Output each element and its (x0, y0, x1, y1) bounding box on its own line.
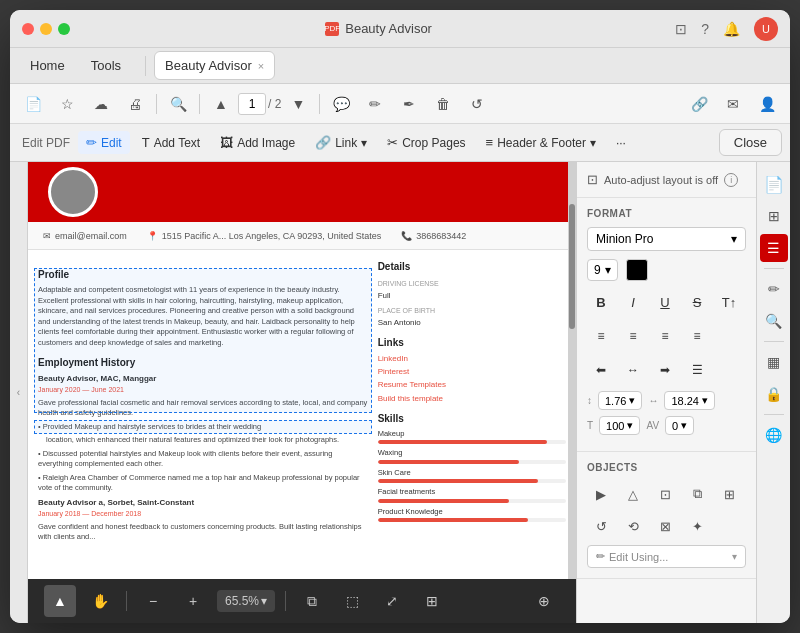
fit-page-button[interactable]: ⤢ (376, 585, 408, 617)
header-footer-button[interactable]: ≡ Header & Footer ▾ (478, 131, 604, 154)
arrange-button[interactable]: ▶ (587, 481, 615, 507)
bullet-list-button[interactable]: ≡ (587, 323, 615, 349)
doc-tab-close-button[interactable]: × (258, 60, 264, 72)
globe-strip-button[interactable]: 🌐 (760, 421, 788, 449)
info-icon[interactable]: i (724, 173, 738, 187)
titlebar: PDF Beauty Advisor ⊡ ? 🔔 U (10, 10, 790, 48)
flip-button[interactable]: ⟲ (619, 513, 647, 539)
copy-tool-button[interactable]: ⧉ (296, 585, 328, 617)
annotate-strip-button[interactable]: ✏ (760, 275, 788, 303)
comment-button[interactable]: 💬 (326, 90, 356, 118)
barcode-strip-button[interactable]: ▦ (760, 348, 788, 376)
pdf-scrollbar[interactable] (568, 162, 576, 579)
bold-button[interactable]: B (587, 289, 615, 315)
link-build-template[interactable]: Build this template (378, 393, 566, 404)
align-left-button[interactable]: ⬅ (587, 357, 615, 383)
crop-obj-button[interactable]: ⊠ (651, 513, 679, 539)
outdent-button[interactable]: ≡ (683, 323, 711, 349)
bottom-sep-1 (126, 591, 127, 611)
align-justify-button[interactable]: ☰ (683, 357, 711, 383)
contact-address: 📍 1515 Pacific A... Los Angeles, CA 9029… (147, 231, 382, 241)
tab-tools[interactable]: Tools (79, 52, 133, 79)
layout-strip-button[interactable]: ☰ (760, 234, 788, 262)
superscript-button[interactable]: T↑ (715, 289, 743, 315)
page-number-input[interactable] (238, 93, 266, 115)
more-obj-button[interactable]: ⊞ (715, 481, 743, 507)
text-color-swatch[interactable] (626, 259, 648, 281)
strikethrough-button[interactable]: S (683, 289, 711, 315)
group-button[interactable]: ⧉ (683, 481, 711, 507)
email-button[interactable]: ✉ (718, 90, 748, 118)
link-edit-button[interactable]: 🔗 Link ▾ (307, 131, 375, 154)
print-button[interactable]: 🖨 (120, 90, 150, 118)
add-image-button[interactable]: 🖼 Add Image (212, 131, 303, 154)
doc-tab[interactable]: Beauty Advisor × (154, 51, 275, 80)
char-spacing-selector[interactable]: 18.24 ▾ (664, 391, 715, 410)
tabbar: Home Tools Beauty Advisor × (10, 48, 790, 84)
compare-strip-button[interactable]: ⊞ (760, 202, 788, 230)
scale-selector[interactable]: 100 ▾ (599, 416, 640, 435)
zoom-in-btn[interactable]: + (177, 585, 209, 617)
align-center-button[interactable]: ↔ (619, 357, 647, 383)
lock-strip-button[interactable]: 🔒 (760, 380, 788, 408)
delete-button[interactable]: 🗑 (428, 90, 458, 118)
numbered-list-button[interactable]: ≡ (619, 323, 647, 349)
edit-using-bar[interactable]: ✏ Edit Using... ▾ (587, 545, 746, 568)
add-text-button[interactable]: T Add Text (134, 131, 208, 154)
tab-home[interactable]: Home (18, 52, 77, 79)
resize-button[interactable]: ⊡ (651, 481, 679, 507)
av-selector[interactable]: 0 ▾ (665, 416, 694, 435)
hand-tool-button[interactable]: ✋ (84, 585, 116, 617)
indent-button[interactable]: ≡ (651, 323, 679, 349)
link-linkedin[interactable]: LinkedIn (378, 353, 566, 364)
zoom-out-btn[interactable]: − (137, 585, 169, 617)
skill-fill-makeup (378, 440, 548, 444)
thumbnail-button[interactable]: ⊞ (416, 585, 448, 617)
edit-mode-button[interactable]: ✏ Edit (78, 131, 130, 154)
close-edit-button[interactable]: Close (719, 129, 782, 156)
cast-icon[interactable]: ⊡ (675, 21, 687, 37)
rotate-obj-button[interactable]: ↺ (587, 513, 615, 539)
font-size-value: 9 (594, 263, 601, 277)
pen-button[interactable]: ✏ (360, 90, 390, 118)
bookmark-button[interactable]: ☆ (52, 90, 82, 118)
auto-adjust-toggle[interactable]: ⊡ Auto-adjust layout is off i (587, 172, 746, 187)
rotate-button[interactable]: ↺ (462, 90, 492, 118)
search-strip-button[interactable]: 🔍 (760, 307, 788, 335)
align-right-button[interactable]: ➡ (651, 357, 679, 383)
minimize-window-button[interactable] (40, 23, 52, 35)
effects-button[interactable]: ✦ (683, 513, 711, 539)
cloud-button[interactable]: ☁ (86, 90, 116, 118)
zoom-out-button[interactable]: 🔍 (163, 90, 193, 118)
font-name-selector[interactable]: Minion Pro ▾ (587, 227, 746, 251)
bottom-toolbar: ▲ ✋ − + 65.5% ▾ ⧉ ⬚ ⤢ ⊞ ⊕ (28, 579, 576, 623)
line-spacing-selector[interactable]: 1.76 ▾ (598, 391, 642, 410)
question-icon[interactable]: ? (701, 21, 709, 37)
marquee-tool-button[interactable]: ⬚ (336, 585, 368, 617)
new-doc-button[interactable]: 📄 (18, 90, 48, 118)
sign-button[interactable]: ✒ (394, 90, 424, 118)
triangle-button[interactable]: △ (619, 481, 647, 507)
maximize-window-button[interactable] (58, 23, 70, 35)
close-window-button[interactable] (22, 23, 34, 35)
next-page-button[interactable]: ▼ (283, 90, 313, 118)
link-resume-templates[interactable]: Resume Templates (378, 379, 566, 390)
collapse-panel-button[interactable]: ‹ (10, 162, 28, 623)
crop-icon: ✂ (387, 135, 398, 150)
user-avatar[interactable]: U (754, 17, 778, 41)
italic-button[interactable]: I (619, 289, 647, 315)
crop-button[interactable]: ✂ Crop Pages (379, 131, 473, 154)
zoom-level-display[interactable]: 65.5% ▾ (217, 590, 275, 612)
more-tools-button[interactable]: ⊕ (528, 585, 560, 617)
underline-button[interactable]: U (651, 289, 679, 315)
more-options-button[interactable]: ··· (608, 132, 634, 154)
link-button[interactable]: 🔗 (684, 90, 714, 118)
link-pinterest[interactable]: Pinterest (378, 366, 566, 377)
bell-icon[interactable]: 🔔 (723, 21, 740, 37)
prev-page-button[interactable]: ▲ (206, 90, 236, 118)
font-size-selector[interactable]: 9 ▾ (587, 259, 618, 281)
edit-pdf-label: Edit PDF (18, 136, 74, 150)
user-button[interactable]: 👤 (752, 90, 782, 118)
cursor-tool-button[interactable]: ▲ (44, 585, 76, 617)
file-red-strip-button[interactable]: 📄 (760, 170, 788, 198)
